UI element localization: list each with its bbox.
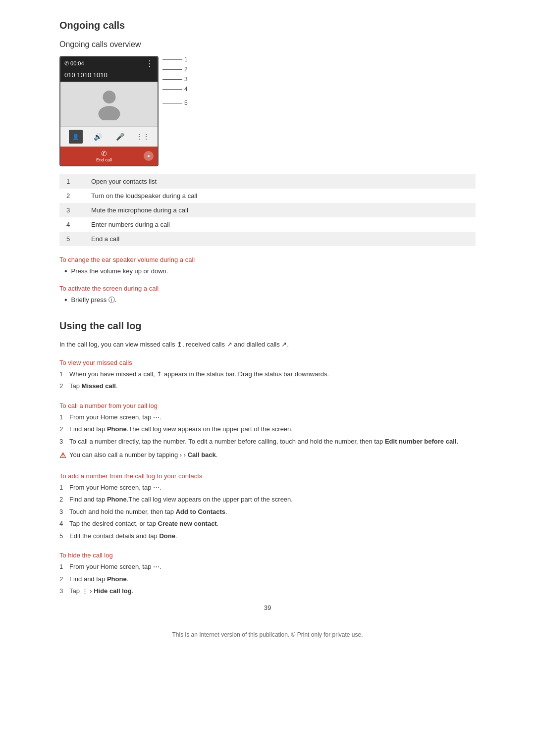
end-call-circle: ● [144,151,154,161]
list-item: 3Tap ⋮ › Hide call log. [59,586,476,596]
bullet-dot-1: • [64,266,67,277]
calllog-intro: In the call log, you can view missed cal… [59,341,476,348]
calllog-tip-heading-3: To hide the call log [59,552,476,559]
feature-desc: Turn on the loudspeaker during a call [84,189,476,203]
calllog-steps-list-1: 1From your Home screen, tap ⋯.2Find and … [59,412,476,447]
tip2-bullet-text: Briefly press ⓘ. [71,295,117,305]
callout-5: 5 [162,100,188,106]
calllog-steps-list-0: 1When you have missed a call, ↥ appears … [59,369,476,391]
phone-number-display: 010 1010 1010 [60,70,158,82]
step-text: Find and tap Phone.The call log view app… [69,495,476,504]
list-item: 3To call a number directly, tap the numb… [59,437,476,447]
callout-numbers-area: 1 2 3 4 5 [162,56,188,128]
tip1-bullet: • Press the volume key up or down. [64,266,476,277]
callout-line-4 [162,89,182,90]
step-num: 3 [59,586,69,596]
callout-num-3: 3 [184,76,188,83]
page-number: 39 [59,604,476,611]
feature-desc: End a call [84,232,476,246]
calllog-steps-list-3: 1From your Home screen, tap ⋯.2Find and … [59,562,476,596]
list-item: 1From your Home screen, tap ⋯. [59,412,476,422]
subsection-title-overview: Ongoing calls overview [59,40,476,49]
bullet-dot-2: • [64,295,67,305]
list-item: 4Tap the desired contact, or tap Create … [59,519,476,529]
tip2-heading: To activate the screen during a call [59,285,476,292]
features-table: 1Open your contacts list2Turn on the lou… [59,174,476,246]
step-num: 2 [59,381,69,391]
callout-num-4: 4 [184,86,188,93]
menu-dots-icon: ⋮ [146,59,154,68]
section-title-ongoing-calls: Ongoing calls [59,20,476,31]
feature-num: 3 [59,203,84,217]
step-text: Find and tap Phone. [69,574,476,584]
callout-4: 4 [162,86,188,93]
step-text: From your Home screen, tap ⋯. [69,412,476,422]
step-text: Tap the desired contact, or tap Create n… [69,519,476,529]
table-row: 4Enter numbers during a call [59,217,476,232]
callout-2: 2 [162,66,188,73]
feature-desc: Mute the microphone during a call [84,203,476,217]
callout-num-1: 1 [184,56,188,63]
table-row: 2Turn on the loudspeaker during a call [59,189,476,203]
page-container: Ongoing calls Ongoing calls overview ✆ 0… [59,20,476,638]
feature-num: 1 [59,174,84,189]
contacts-icon: 👤 [69,130,83,144]
table-row: 5End a call [59,232,476,246]
note-text: You can also call a number by tapping › … [69,450,217,460]
table-row: 1Open your contacts list [59,174,476,189]
step-num: 3 [59,507,69,517]
feature-num: 4 [59,217,84,232]
step-text: Tap ⋮ › Hide call log. [69,586,476,596]
list-item: 3Touch and hold the number, then tap Add… [59,507,476,517]
step-num: 5 [59,531,69,541]
calllog-tip-heading-2: To add a number from the call log to you… [59,472,476,480]
table-row: 3Mute the microphone during a call [59,203,476,217]
step-text: To call a number directly, tap the numbe… [69,437,476,447]
callout-3: 3 [162,76,188,83]
note-icon: ⚠ [59,450,69,461]
callout-num-2: 2 [184,66,188,73]
phone-controls-row: 👤 🔊 🎤 ⋮⋮ [60,126,158,147]
step-num: 2 [59,424,69,434]
callout-num-5: 5 [184,100,188,106]
list-item: 2Find and tap Phone. [59,574,476,584]
phone-status-bar: ✆ 00:04 ⋮ [60,57,158,70]
list-item: 5Edit the contact details and tap Done. [59,531,476,541]
callout-line-2 [162,69,182,70]
callout-line-5 [162,103,182,103]
step-num: 1 [59,412,69,422]
step-num: 1 [59,562,69,572]
phone-bottom-bar: ✆ End call ● [60,147,158,165]
step-text: Edit the contact details and tap Done. [69,531,476,541]
feature-desc: Open your contacts list [84,174,476,189]
feature-num: 2 [59,189,84,203]
list-item: 2Find and tap Phone.The call log view ap… [59,424,476,434]
calllog-note-1: ⚠You can also call a number by tapping ›… [59,450,476,461]
step-text: Tap Missed call. [69,381,476,391]
step-num: 4 [59,519,69,529]
avatar-svg [96,88,123,120]
tip1-heading: To change the ear speaker volume during … [59,256,476,263]
calllog-tip-heading-0: To view your missed calls [59,359,476,366]
list-item: 2Find and tap Phone.The call log view ap… [59,495,476,504]
calllog-tips-container: To view your missed calls1When you have … [59,359,476,596]
step-num: 1 [59,369,69,379]
end-call-label: End call [64,157,144,162]
callout-line-1 [162,59,182,60]
tip1-bullet-text: Press the volume key up or down. [71,266,168,276]
phone-avatar-area [60,82,158,126]
feature-desc: Enter numbers during a call [84,217,476,232]
mute-icon: 🎤 [113,130,127,144]
loudspeaker-icon: 🔊 [91,130,105,144]
list-item: 1From your Home screen, tap ⋯. [59,483,476,493]
callout-line-3 [162,79,182,80]
calllog-steps-list-2: 1From your Home screen, tap ⋯.2Find and … [59,483,476,541]
section-title-call-log: Using the call log [59,320,476,332]
keypad-icon: ⋮⋮ [136,130,150,144]
step-text: Touch and hold the number, then tap Add … [69,507,476,517]
callout-1: 1 [162,56,188,63]
list-item: 1When you have missed a call, ↥ appears … [59,369,476,379]
step-text: From your Home screen, tap ⋯. [69,562,476,572]
phone-mockup: ✆ 00:04 ⋮ 010 1010 1010 👤 🔊 🎤 ⋮⋮ [59,56,159,166]
phone-mockup-area: ✆ 00:04 ⋮ 010 1010 1010 👤 🔊 🎤 ⋮⋮ [59,56,476,166]
